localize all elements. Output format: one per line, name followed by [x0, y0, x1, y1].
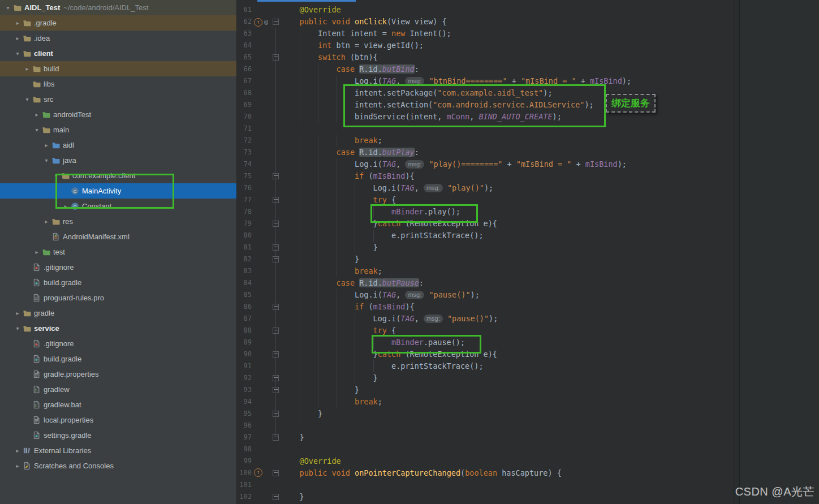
code-line[interactable]: 81}	[237, 242, 734, 253]
chevron-right-icon[interactable]: ▸	[42, 142, 51, 148]
scrollbar-track[interactable]	[734, 0, 740, 504]
code-line[interactable]: 68intent.setPackage("com.example.aidl_te…	[237, 87, 734, 99]
tree-item-mainactivity[interactable]: CMainActivity	[0, 183, 236, 199]
code-line[interactable]: 70bindService(intent, mConn, BIND_AUTO_C…	[237, 111, 734, 123]
tree-item-build-gradle[interactable]: build.gradle	[0, 351, 236, 367]
code-line[interactable]: 95}	[237, 408, 734, 420]
line-number[interactable]: 83	[237, 265, 252, 277]
code-line[interactable]: 89mBinder.pause();	[237, 337, 734, 348]
line-number[interactable]: 81	[237, 242, 252, 253]
code-line[interactable]: 101	[237, 479, 734, 491]
fold-icon[interactable]	[273, 54, 279, 61]
code-line[interactable]: 90}catch (RemoteException e){	[237, 348, 734, 360]
chevron-down-icon[interactable]: ▾	[23, 96, 32, 102]
code-line[interactable]: 73case R.id.butPlay:	[237, 147, 734, 158]
code-text[interactable]: try {	[281, 194, 396, 206]
code-line[interactable]: 63Intent intent = new Intent();	[237, 28, 734, 40]
tree-item-androidmanifest-xml[interactable]: AndroidManifest.xml	[0, 229, 236, 244]
code-text[interactable]: @Override	[281, 455, 341, 467]
line-number[interactable]: 67	[237, 75, 252, 87]
code-line[interactable]: 94break;	[237, 396, 734, 408]
code-text[interactable]: e.printStackTrace();	[281, 360, 484, 372]
line-number[interactable]: 62	[237, 16, 252, 28]
code-line[interactable]: 87Log.i(TAG, msg: "pause()");	[237, 313, 734, 325]
code-text[interactable]: e.printStackTrace();	[281, 230, 484, 242]
line-number[interactable]: 93	[237, 384, 252, 396]
code-line[interactable]: 76Log.i(TAG, msg: "play()");	[237, 182, 734, 194]
tree-item-test[interactable]: ▸test	[0, 244, 236, 260]
code-line[interactable]: 96	[237, 420, 734, 432]
code-line[interactable]: 84case R.id.butPause:	[237, 277, 734, 289]
line-number[interactable]: 101	[237, 479, 252, 491]
chevron-down-icon[interactable]: ▾	[13, 325, 22, 331]
code-text[interactable]: Log.i(TAG, msg: "btnBind========" + "mIs…	[281, 75, 631, 87]
chevron-down-icon[interactable]: ▾	[13, 50, 22, 57]
tree-item-settings-gradle[interactable]: settings.gradle	[0, 428, 236, 443]
code-line[interactable]: 97}	[237, 432, 734, 443]
code-text[interactable]: @Override	[281, 4, 341, 16]
fold-icon[interactable]	[273, 173, 279, 179]
code-line[interactable]: 83break;	[237, 265, 734, 277]
line-number[interactable]: 85	[237, 289, 252, 301]
code-text[interactable]: }catch (RemoteException e){	[281, 348, 497, 360]
code-text[interactable]: intent.setAction("com.android.service.AI…	[281, 99, 594, 111]
chevron-right-icon[interactable]: ▸	[61, 203, 70, 209]
line-number[interactable]: 95	[237, 408, 252, 420]
line-number[interactable]: 82	[237, 253, 252, 265]
chevron-right-icon[interactable]: ▸	[13, 463, 22, 469]
code-text[interactable]: }	[281, 408, 322, 420]
line-number[interactable]: 99	[237, 455, 252, 467]
code-editor[interactable]: 61@Override62↑@public void onClick(View …	[237, 0, 734, 504]
code-text[interactable]: }	[281, 253, 359, 265]
line-number[interactable]: 73	[237, 147, 252, 158]
fold-icon[interactable]	[273, 197, 279, 203]
code-line[interactable]: 93}	[237, 384, 734, 396]
line-number[interactable]: 70	[237, 111, 252, 123]
tree-item-build-gradle[interactable]: build.gradle	[0, 275, 236, 290]
line-number[interactable]: 80	[237, 230, 252, 242]
tree-item-external-libraries[interactable]: ▸External Libraries	[0, 443, 236, 458]
code-line[interactable]: 82}	[237, 253, 734, 265]
chevron-down-icon[interactable]: ▾	[42, 157, 51, 163]
code-line[interactable]: 71	[237, 123, 734, 135]
code-text[interactable]: Log.i(TAG, msg: "pause()");	[281, 289, 480, 301]
code-line[interactable]: 77try {	[237, 194, 734, 206]
tree-item-gradlew-bat[interactable]: gradlew.bat	[0, 397, 236, 412]
code-line[interactable]: 67Log.i(TAG, msg: "btnBind========" + "m…	[237, 75, 734, 87]
chevron-right-icon[interactable]: ▸	[32, 249, 41, 255]
line-number[interactable]: 89	[237, 337, 252, 348]
code-line[interactable]: 75if (mIsBind){	[237, 170, 734, 182]
tree-item-androidtest[interactable]: ▸androidTest	[0, 107, 236, 122]
code-text[interactable]: case R.id.butPause:	[281, 277, 424, 289]
line-number[interactable]: 87	[237, 313, 252, 325]
line-number[interactable]: 77	[237, 194, 252, 206]
code-line[interactable]: 99@Override	[237, 455, 734, 467]
tree-item-gradle-properties[interactable]: gradle.properties	[0, 367, 236, 382]
fold-icon[interactable]	[273, 470, 279, 476]
tree-item-com-example-client[interactable]: ▾com.example.client	[0, 168, 236, 183]
code-text[interactable]: break;	[281, 135, 382, 147]
override-method-icon[interactable]: ↑	[254, 18, 262, 27]
line-number[interactable]: 88	[237, 325, 252, 337]
line-number[interactable]: 74	[237, 158, 252, 170]
tree-item-local-properties[interactable]: local.properties	[0, 412, 236, 428]
code-text[interactable]: break;	[281, 396, 382, 408]
tree-item-scratches-and-consoles[interactable]: ▸Scratches and Consoles	[0, 458, 236, 473]
fold-icon[interactable]	[273, 304, 279, 310]
fold-icon[interactable]	[273, 375, 279, 381]
line-number[interactable]: 98	[237, 443, 252, 455]
code-line[interactable]: 74Log.i(TAG, msg: "play()========" + "mI…	[237, 158, 734, 170]
code-text[interactable]: break;	[281, 265, 382, 277]
line-number[interactable]: 76	[237, 182, 252, 194]
line-number[interactable]: 91	[237, 360, 252, 372]
line-number[interactable]: 69	[237, 99, 252, 111]
line-number[interactable]: 96	[237, 420, 252, 432]
tree-item-libs[interactable]: libs	[0, 76, 236, 92]
chevron-right-icon[interactable]: ▸	[13, 310, 22, 316]
code-text[interactable]: Log.i(TAG, msg: "play()========" + "mIsB…	[281, 158, 627, 170]
code-text[interactable]: }	[281, 491, 304, 503]
chevron-right-icon[interactable]: ▸	[23, 66, 32, 72]
tree-item-res[interactable]: ▸res	[0, 214, 236, 229]
tree-item-gradlew[interactable]: gradlew	[0, 382, 236, 397]
code-text[interactable]: }	[281, 372, 378, 384]
